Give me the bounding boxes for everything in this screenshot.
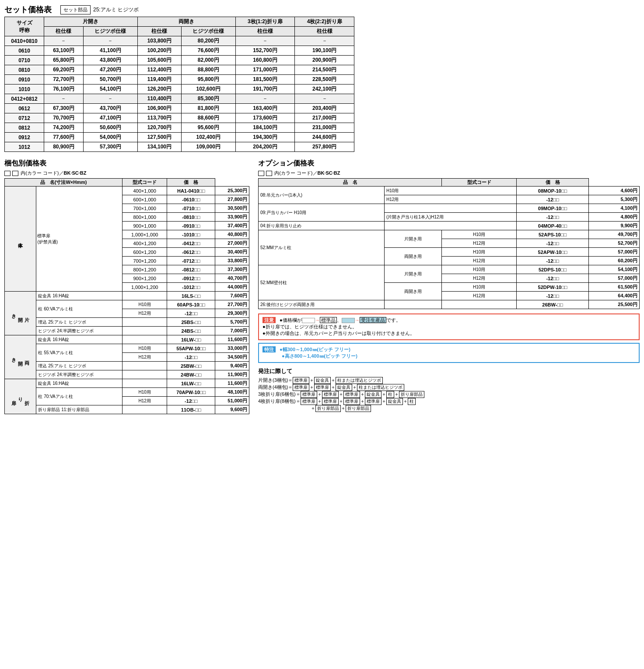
order-row-2: 両開き(4梱包)＝標準扉＋標準扉＋錠金具＋柱または埋込ヒジツボ xyxy=(258,384,640,391)
bottom-section: 梱包別価格表 内(カラー コード)／BK·SC·BZ 品 名(寸法W×Hmm) … xyxy=(4,159,640,414)
pkg-row: ヒジツボ 24:半調整ヒジツボ24BW-□□11,900円 xyxy=(5,370,249,379)
order-row-3: 3枚折り扉(6梱包)＝標準扉＋標準扉＋標準扉＋錠金具＋柱＋折り扉部品 xyxy=(258,391,640,398)
toku-line1: ●幅300～1,000㎜(ピッチ フリー) xyxy=(280,347,350,352)
top-section: セット価格表 セット部品 25:アルミ ヒジツボ サイズ呼称 片開き 両開き 3… xyxy=(4,4,640,152)
opt-color-box-1 xyxy=(258,171,264,176)
col-header-r-hiji: ヒジツボ仕様 xyxy=(181,27,235,36)
col-header-fold3: 3枚(1:2)折り扉 xyxy=(235,17,295,27)
pkg-row: 埋込 25:アルミ ヒジツボ25BW-□□9,400円 xyxy=(5,362,249,370)
toku-label: 特注 xyxy=(262,346,276,352)
pkg-row: 本体標準扉(炉禁共通)400×1,000HA1-0410□□25,300円 xyxy=(5,187,249,195)
chui-box: 注意 ●価格欄が→標準品、→受注生産品です。 ●折り扉では、ヒジツボ仕様はできま… xyxy=(258,313,640,340)
order-row-5: ＋折り扉部品＋折り扉部品 xyxy=(258,405,640,412)
opt-row: 26:後付けヒジツボ両開き用26BW-□□25,500円 xyxy=(259,300,640,309)
set-price-table: サイズ呼称 片開き 両開き 3枚(1:2)折り扉 4枚(2:2)折り扉 柱仕様 … xyxy=(4,17,354,152)
col-header-r-hashira: 柱仕様 xyxy=(137,27,181,36)
pkg-title: 梱包別価格表 xyxy=(4,159,249,168)
col-header-f3-hashira: 柱仕様 xyxy=(235,27,295,36)
color-box-2 xyxy=(12,171,18,176)
pkg-color-note: 内(カラー コード)／BK·SC·BZ xyxy=(4,170,249,176)
order-row-1: 片開き(3梱包)＝標準扉＋錠金具＋柱または埋込ヒジツボ xyxy=(258,377,640,384)
pkg-col-price: 価 格 xyxy=(167,179,215,187)
notes-section: 注意 ●価格欄が→標準品、→受注生産品です。 ●折り扉では、ヒジツボ仕様はできま… xyxy=(258,313,640,412)
pkg-row: 折り扉部品 11:折り扉部品11OB-□□9,600円 xyxy=(5,405,249,414)
pkg-row: ヒジツボ 24:半調整ヒジツボ24BS-□□7,000円 xyxy=(5,327,249,335)
toku-box: 特注 ●幅300～1,000㎜(ピッチ フリー) ●高さ800～1,400㎜(ピ… xyxy=(258,343,640,363)
opt-color-box-2 xyxy=(266,171,272,176)
opt-col-price: 価 格 xyxy=(517,179,588,187)
pkg-row: 埋込 25:アルミ ヒジツボ25BS-□□5,700円 xyxy=(5,318,249,327)
col-header-ryohiraki: 両開き xyxy=(137,17,235,27)
opt-row: 52:MM壁付柱片開き用H10用52DPS-10□□54,100円 xyxy=(259,265,640,274)
chui-line2: ●折り扉では、ヒジツボ仕様はできません。 xyxy=(262,324,357,329)
opt-color-note: 内(カラー コード)／BK·SC·BZ xyxy=(258,170,640,176)
top-header: セット価格表 セット部品 25:アルミ ヒジツボ xyxy=(4,4,640,15)
opt-row: 09:戸当りカバー H10用09MOP-10□□4,100円 xyxy=(259,204,640,213)
packaging-section: 梱包別価格表 内(カラー コード)／BK·SC·BZ 品 名(寸法W×Hmm) … xyxy=(4,159,249,414)
opt-col-name: 品 名 xyxy=(259,179,442,187)
set-badge-value: 25:アルミ ヒジツボ xyxy=(93,6,139,14)
pkg-col-name: 品 名(寸法W×Hmm) xyxy=(5,179,122,187)
chui-line1: ●価格欄が→標準品、→受注生産品です。 xyxy=(280,317,401,323)
order-row-4: 4枚折り扉(8梱包)＝標準扉＋標準扉＋標準扉＋標準扉＋錠金具＋柱 xyxy=(258,398,640,405)
opt-col-code: 型式コード xyxy=(442,179,517,187)
pkg-color-label: 内(カラー コード)／BK·SC·BZ xyxy=(21,170,86,176)
set-badge: セット部品 xyxy=(60,5,91,14)
pkg-row: 柱 60:VAアルミ柱H10用60APS-10□□27,700円 xyxy=(5,300,249,309)
pkg-row: 両 開 き錠金具 16:HA錠16LW-□□11,600円 xyxy=(5,335,249,344)
col-header-f4-hashira: 柱仕様 xyxy=(295,27,354,36)
pkg-row: 柱 70:VAアルミ柱H10用70APW-10□□48,100円 xyxy=(5,388,249,397)
order-section: 発注に際して 片開き(3梱包)＝標準扉＋錠金具＋柱または埋込ヒジツボ 両開き(4… xyxy=(258,367,640,412)
chui-line3: ●外開きの場合は、吊元カバーと戸当りカバーは取り付けできません。 xyxy=(262,331,415,336)
col-header-size: サイズ呼称 xyxy=(5,17,44,36)
opt-row: 04:折り扉用当り止め04MOP-40□□9,900円 xyxy=(259,222,640,230)
opt-row: 52:MMアルミ柱片開き用H10用52APS-10□□49,700円 xyxy=(259,230,640,239)
color-box-1 xyxy=(4,171,10,176)
pkg-table: 品 名(寸法W×Hmm) 型式コード 価 格 本体標準扉(炉禁共通)400×1,… xyxy=(4,178,249,414)
col-header-fold4: 4枚(2:2)折り扉 xyxy=(295,17,354,27)
opt-title: オプション価格表 xyxy=(258,159,640,168)
col-header-katahiraki: 片開き xyxy=(44,17,138,27)
page-title: セット価格表 xyxy=(4,4,52,15)
pkg-row: 折 り 扉錠金具 16:HA錠16LW-□□11,600円 xyxy=(5,379,249,388)
chui-label: 注意 xyxy=(262,317,276,323)
pkg-row: 片 開 き錠金具 16:HA錠16LS-□□7,600円 xyxy=(5,292,249,300)
opt-color-label: 内(カラー コード)／BK·SC·BZ xyxy=(274,170,340,176)
opt-table: 品 名 型式コード 価 格 08:吊元カバー(1本入)H10用08MOP-10□… xyxy=(258,178,640,309)
toku-line2: ●高さ800～1,400㎜(ピッチ フリー) xyxy=(282,353,357,359)
option-section: オプション価格表 内(カラー コード)／BK·SC·BZ 品 名 型式コード 価… xyxy=(258,159,640,414)
pkg-row: 柱 55:VAアルミ柱H10用55APW-10□□33,000円 xyxy=(5,344,249,353)
col-header-k-hiji: ヒジツボ仕様 xyxy=(83,27,137,36)
order-title: 発注に際して xyxy=(258,367,640,375)
col-header-k-hashira: 柱仕様 xyxy=(44,27,84,36)
pkg-col-code: 型式コード xyxy=(122,179,167,187)
opt-row: 08:吊元カバー(1本入)H10用08MOP-10□□4,600円 xyxy=(259,187,640,195)
